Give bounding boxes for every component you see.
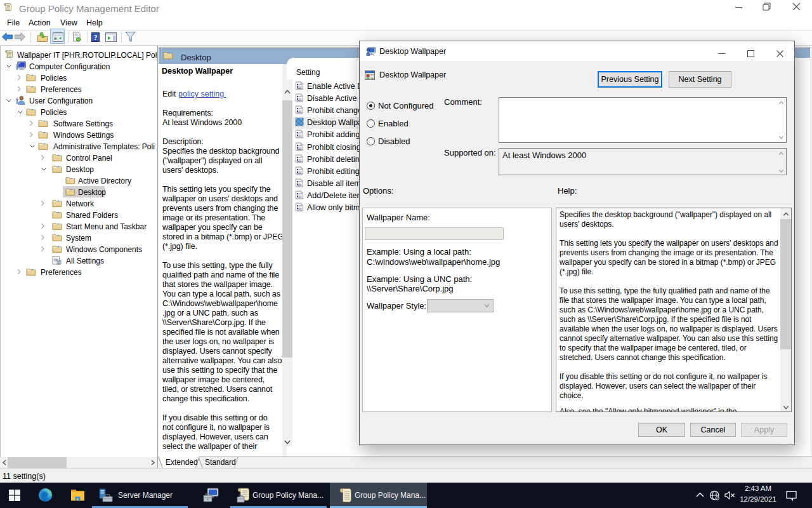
svg-text:?: ? bbox=[94, 34, 98, 41]
